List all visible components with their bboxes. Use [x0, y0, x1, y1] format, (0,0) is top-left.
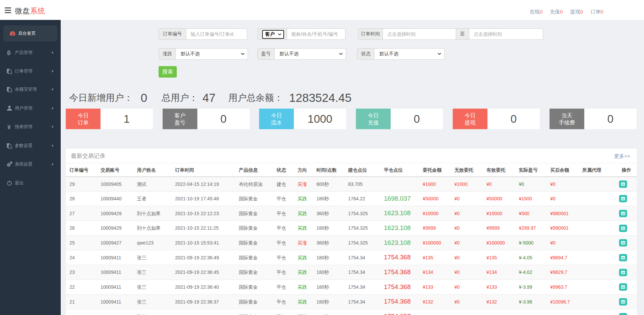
svg-text:¥: ¥ [7, 124, 11, 130]
svg-text:B: B [7, 50, 11, 56]
